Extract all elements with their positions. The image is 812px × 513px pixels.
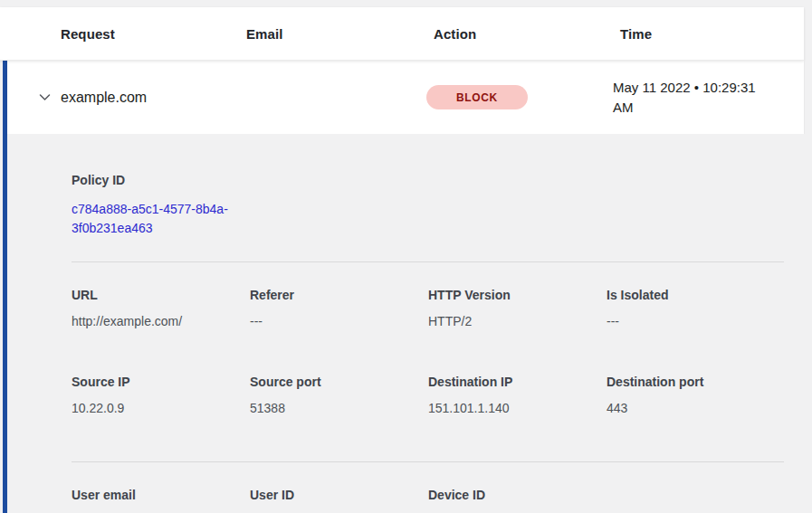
field-label: Is Isolated [607, 288, 771, 303]
column-header-time: Time [620, 26, 804, 42]
user-fields-grid: User email --- User ID --- Device ID --- [72, 488, 784, 513]
field-destination-ip: Destination IP 151.101.1.140 [428, 375, 607, 416]
field-value: http://example.com/ [72, 313, 237, 329]
action-cell: BLOCK [426, 85, 613, 109]
column-header-action: Action [434, 26, 620, 42]
request-domain: example.com [61, 90, 147, 106]
field-user-id: User ID --- [250, 488, 428, 513]
action-block-badge: BLOCK [426, 85, 528, 109]
expanded-row-group: example.com BLOCK May 11 2022 • 10:29:31… [3, 61, 812, 513]
page: Request Email Action Time example.com BL… [0, 0, 812, 513]
field-label: Referer [250, 288, 416, 303]
field-value: 10.22.0.9 [72, 400, 237, 416]
field-value: HTTP/2 [428, 313, 594, 329]
field-http-version: HTTP Version HTTP/2 [428, 288, 607, 329]
detail-panel: Policy ID c784a888-a5c1-4577-8b4a-3f0b23… [7, 134, 812, 513]
field-label: Device ID [428, 488, 594, 503]
chevron-down-icon[interactable] [37, 90, 52, 105]
field-value: 51388 [250, 400, 416, 416]
table-header: Request Email Action Time [0, 7, 804, 61]
field-label: URL [72, 288, 237, 303]
request-fields-grid: URL http://example.com/ Referer --- HTTP… [72, 288, 784, 461]
policy-id-label: Policy ID [72, 173, 784, 188]
column-header-request: Request [61, 26, 246, 42]
request-cell: example.com [61, 90, 239, 106]
field-source-port: Source port 51388 [250, 375, 428, 416]
field-value: 443 [607, 400, 771, 416]
policy-id-block: Policy ID c784a888-a5c1-4577-8b4a-3f0b23… [72, 173, 784, 238]
field-user-email: User email --- [72, 488, 250, 513]
field-value: --- [607, 313, 771, 329]
field-empty [607, 488, 784, 513]
field-label: User email [72, 488, 237, 503]
field-source-ip: Source IP 10.22.0.9 [72, 375, 250, 416]
field-device-id: Device ID --- [428, 488, 607, 513]
field-destination-port: Destination port 443 [607, 375, 784, 416]
field-value: --- [250, 313, 416, 329]
field-label: Destination port [607, 375, 771, 390]
field-label: Source IP [72, 375, 237, 390]
time-value: May 11 2022 • 10:29:31 AM [613, 78, 774, 118]
column-header-email: Email [246, 26, 434, 42]
divider [72, 261, 784, 262]
divider [72, 461, 784, 462]
field-is-isolated: Is Isolated --- [607, 288, 784, 329]
field-url: URL http://example.com/ [72, 288, 250, 329]
field-referer: Referer --- [250, 288, 428, 329]
field-value: 151.101.1.140 [428, 400, 594, 416]
field-label: Destination IP [428, 375, 594, 390]
policy-id-link[interactable]: c784a888-a5c1-4577-8b4a-3f0b231ea463 [72, 200, 246, 238]
field-label: User ID [250, 488, 416, 503]
log-row[interactable]: example.com BLOCK May 11 2022 • 10:29:31… [7, 61, 804, 134]
field-label: Source port [250, 375, 416, 390]
field-label: HTTP Version [428, 288, 594, 303]
